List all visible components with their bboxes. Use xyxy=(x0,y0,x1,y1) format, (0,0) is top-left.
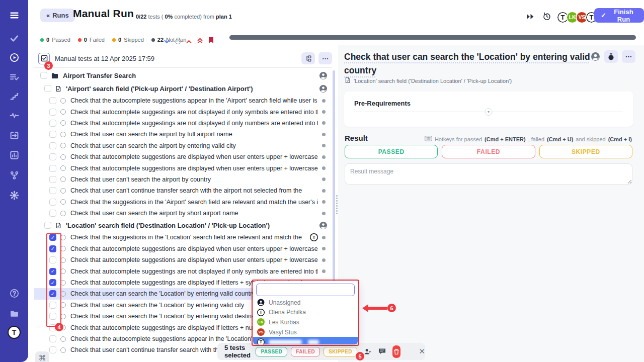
bulk-assign-icon[interactable] xyxy=(364,348,372,355)
bulk-delete-button[interactable] xyxy=(392,345,401,358)
help-icon[interactable] xyxy=(9,288,19,298)
row-checkbox[interactable] xyxy=(49,199,56,206)
row-checkbox[interactable] xyxy=(49,131,56,138)
row-checkbox[interactable] xyxy=(49,109,56,116)
sidebar: T xyxy=(0,0,28,362)
collapse-toggle-icon[interactable]: ▾ xyxy=(485,108,493,116)
double-chevron-up-icon[interactable] xyxy=(197,37,203,46)
tree-row-test[interactable]: ✓Check that the suggestions in the 'Loca… xyxy=(34,232,332,243)
row-checkbox[interactable] xyxy=(49,210,56,217)
panel-drag-handle[interactable] xyxy=(336,195,338,214)
stopwatch-button[interactable] xyxy=(604,50,618,63)
retry-timer-icon[interactable] xyxy=(542,12,551,23)
assignee-option[interactable]: Unassigned xyxy=(253,298,358,308)
branch-icon[interactable] xyxy=(9,170,19,180)
list-check-icon[interactable] xyxy=(9,72,19,82)
tree-row-suite[interactable]: 'Location' search field ('Destination Lo… xyxy=(34,219,332,232)
skipped-button[interactable]: SKIPPED xyxy=(539,145,632,158)
row-label: Check that autocomplete suggestings are … xyxy=(70,268,318,275)
tree-row-test[interactable]: Check that the autocomplete suggestions … xyxy=(34,95,332,106)
row-assign-icon[interactable] xyxy=(319,221,328,230)
close-toolbar-icon[interactable]: ✕ xyxy=(419,347,425,356)
row-checkbox[interactable] xyxy=(49,176,56,183)
page-title: Manual Run xyxy=(73,8,134,20)
tree-row-folder[interactable]: Airport Transfer Search xyxy=(34,69,332,82)
test-case-title[interactable]: Check that user can search the 'Location… xyxy=(344,50,596,77)
assign-user-icon[interactable] xyxy=(591,52,600,61)
tree-row-test[interactable]: Check that user can't continue transfer … xyxy=(34,185,332,196)
tree-row-test[interactable]: Check that autocomplete suggestions are … xyxy=(34,254,332,265)
assignee-avatars[interactable]: T LK VS T xyxy=(559,11,598,24)
row-checkbox[interactable] xyxy=(49,142,56,149)
assignee-option[interactable]: T xyxy=(253,337,358,344)
row-checkbox[interactable] xyxy=(49,165,56,172)
detail-more-button[interactable]: ⋯ xyxy=(622,50,635,63)
user-avatar[interactable]: T xyxy=(8,326,21,339)
check-icon[interactable] xyxy=(9,33,19,43)
row-status-dot xyxy=(322,258,326,262)
tree-row-test[interactable]: Check that autocomplete suggestions are … xyxy=(34,151,332,162)
tree-row-test[interactable]: ✓Check that autocomplete suggestings are… xyxy=(34,265,332,277)
horizontal-scrollbar[interactable] xyxy=(229,35,636,40)
row-checkbox[interactable] xyxy=(49,153,56,160)
status-ring-icon xyxy=(60,165,66,171)
passed-button[interactable]: PASSED xyxy=(345,145,438,158)
tree-row-test[interactable]: Check that autocomplete suggestings are … xyxy=(34,118,332,129)
row-checkbox[interactable] xyxy=(49,187,56,194)
assignee-option[interactable]: TOlena Pchilka xyxy=(253,308,358,318)
tree-structure-button[interactable] xyxy=(301,52,315,64)
status-ring-icon xyxy=(60,211,66,216)
tree-row-test[interactable]: Check that user can search the airport b… xyxy=(34,129,332,140)
row-status-dot xyxy=(322,189,326,193)
row-assign-icon[interactable] xyxy=(319,84,328,93)
result-message-textarea[interactable] xyxy=(345,163,632,185)
folder-icon[interactable] xyxy=(9,308,19,318)
bulk-failed-pill[interactable]: FAILED xyxy=(291,347,320,356)
circle-status-icon[interactable] xyxy=(175,39,181,44)
row-checkbox[interactable] xyxy=(44,222,51,229)
failed-stat: 0Failed xyxy=(78,37,105,43)
tree-row-test[interactable]: Check that user can search the airport b… xyxy=(34,140,332,151)
chevron-down-icon[interactable] xyxy=(164,37,170,46)
gear-icon[interactable] xyxy=(9,190,19,200)
command-shortcut-button[interactable]: ⌘ xyxy=(35,351,49,362)
tree-row-test[interactable]: Check that autocomplete suggestings are … xyxy=(34,106,332,117)
login-box-icon[interactable] xyxy=(9,130,19,140)
row-checkbox[interactable] xyxy=(49,97,56,104)
fast-forward-icon[interactable] xyxy=(526,13,534,22)
row-checkbox[interactable] xyxy=(44,85,51,92)
row-assign-icon[interactable] xyxy=(319,71,328,80)
bookmark-icon[interactable] xyxy=(208,37,214,46)
tree-more-button[interactable]: ⋯ xyxy=(318,52,332,64)
tree-row-test[interactable]: Check that autocomplete suggestions are … xyxy=(34,162,332,173)
finish-run-button[interactable]: ✓Finish Run xyxy=(594,8,644,23)
menu-icon[interactable] xyxy=(9,10,19,20)
pulse-icon[interactable] xyxy=(9,110,19,120)
play-circle-icon[interactable] xyxy=(9,52,19,62)
tree-row-test[interactable]: Check that the suggestions in the 'Airpo… xyxy=(34,197,332,208)
tree-row-test[interactable]: Check that user can't search the airport… xyxy=(34,174,332,185)
back-to-runs-button[interactable]: «Runs xyxy=(40,9,75,22)
row-checkbox[interactable] xyxy=(49,346,56,353)
row-checkbox[interactable] xyxy=(40,72,47,79)
steps-icon[interactable] xyxy=(9,91,19,101)
tree-row-test[interactable]: Check that user can search the airport b… xyxy=(34,208,332,219)
row-label: Check that autocomplete suggestings are … xyxy=(70,120,318,127)
tree-row-suite[interactable]: 'Airport' search field ('Pick-up Airport… xyxy=(34,82,332,95)
chevron-up-icon[interactable] xyxy=(186,37,192,46)
row-checkbox[interactable] xyxy=(49,335,56,342)
row-label: Check that autocomplete suggestions are … xyxy=(70,165,318,172)
pre-requirements-card: Pre-Requirements ▾ xyxy=(344,92,633,127)
assignee-option[interactable]: VSVasyl Stus xyxy=(253,327,358,337)
assignee-option[interactable]: LKLes Kurbas xyxy=(253,317,358,327)
bulk-comment-icon[interactable] xyxy=(378,348,386,355)
row-label: Check that the suggestions in the 'Locat… xyxy=(70,234,307,241)
bulk-skipped-pill[interactable]: SKIPPED xyxy=(324,347,357,356)
bulk-passed-pill[interactable]: PASSED xyxy=(256,347,287,356)
assignee-search-input[interactable] xyxy=(256,284,355,296)
test-breadcrumb[interactable]: 'Location' search field ('Destination Lo… xyxy=(345,77,512,84)
row-checkbox[interactable] xyxy=(49,120,56,127)
tree-row-test[interactable]: ✓Check that autocomplete suggestions are… xyxy=(34,243,332,254)
bar-chart-icon[interactable] xyxy=(9,150,19,160)
failed-button[interactable]: FAILED xyxy=(442,145,535,158)
